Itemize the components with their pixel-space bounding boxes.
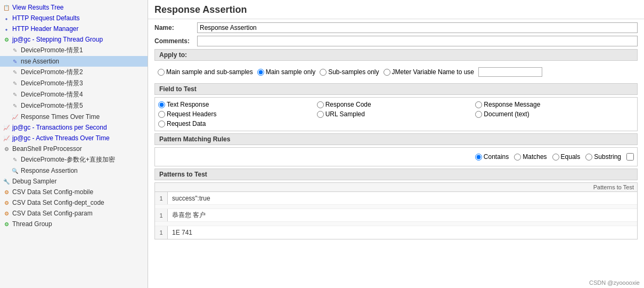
tree-item-debug-sampler[interactable]: 🔧Debug Sampler (0, 176, 148, 187)
jp-transactions-per-second-label: jp@gc - Transactions per Second (12, 124, 107, 131)
apply-to-options: Main sample and sub-samplesMain sample o… (154, 63, 638, 81)
tree-item-device-promote-5[interactable]: ✎DevicePromote-情景5 (0, 100, 148, 111)
field-label-request-data: Request Data (167, 120, 206, 127)
field-radio-response-message[interactable] (475, 101, 482, 108)
tree-item-jp-transactions-per-second[interactable]: 📈jp@gc - Transactions per Second (0, 122, 148, 133)
tree-item-beanshell-preprocessor[interactable]: ⚙BeanShell PreProcessor (0, 143, 148, 154)
field-option-request-data[interactable]: Request Data (158, 120, 317, 127)
field-option-response-message[interactable]: Response Message (475, 101, 634, 108)
apply-to-radio-main-only[interactable] (257, 69, 264, 76)
pm-radio-contains[interactable] (475, 154, 482, 161)
pm-label-substring: Substring (594, 153, 621, 161)
comments-label: Comments: (154, 37, 197, 45)
tree-item-csv-param[interactable]: ⚙CSV Data Set Config-param (0, 208, 148, 219)
apply-to-radio-jmeter-var[interactable] (384, 69, 390, 76)
tree-item-response-assertion-2[interactable]: 🔍Response Assertion (0, 165, 148, 176)
csv-param-label: CSV Data Set Config-param (12, 210, 93, 217)
response-assertion-2-icon: 🔍 (11, 166, 19, 175)
tree-item-csv-mobile[interactable]: ⚙CSV Data Set Config-mobile (0, 187, 148, 197)
pattern-rows-container: 1success":true1恭喜您 客户11E 741 (155, 192, 637, 239)
field-to-test-header: Field to Test (154, 83, 638, 95)
tree-item-response-times-over-time[interactable]: 📈Response Times Over Time (0, 111, 148, 122)
tree-item-device-promote-3[interactable]: ✎DevicePromote-情景3 (0, 78, 148, 89)
field-label-response-code: Response Code (325, 101, 371, 108)
apply-to-radio-sub-only[interactable] (320, 69, 327, 76)
field-label-document-text: Document (text) (484, 110, 529, 118)
field-to-test-section: Text ResponseResponse CodeResponse Messa… (154, 97, 638, 131)
device-promote-2-icon: ✎ (11, 68, 19, 77)
pattern-row-2: 11E 741 (155, 226, 637, 239)
field-option-text-response[interactable]: Text Response (158, 101, 317, 108)
field-radio-request-headers[interactable] (158, 111, 165, 118)
apply-to-label-sub-only: Sub-samples only (328, 68, 379, 76)
jmeter-var-input[interactable] (478, 67, 542, 77)
device-promote-1-label: DevicePromote-情景1 (21, 46, 83, 55)
tree-item-device-promote-2[interactable]: ✎DevicePromote-情景2 (0, 67, 148, 78)
response-assertion-label: nse Assertion (21, 58, 59, 65)
tree-item-http-request-defaults[interactable]: ⬥HTTP Request Defaults (0, 13, 148, 23)
pm-radio-equals[interactable] (552, 154, 559, 161)
csv-mobile-label: CSV Data Set Config-mobile (12, 188, 93, 196)
field-radio-response-code[interactable] (317, 101, 324, 108)
name-input[interactable] (197, 22, 638, 33)
patterns-to-test-section: Patterns to Test 1success":true1恭喜您 客户11… (154, 182, 638, 239)
field-option-request-headers[interactable]: Request Headers (158, 110, 317, 118)
pm-option-contains[interactable]: Contains (475, 153, 509, 161)
field-option-document-text[interactable]: Document (text) (475, 110, 634, 118)
response-assertion-2-label: Response Assertion (21, 167, 78, 174)
tree-item-view-results-tree[interactable]: 📋View Results Tree (0, 2, 148, 13)
device-promote-5-icon: ✎ (11, 102, 19, 110)
apply-to-option-main-only[interactable]: Main sample only (257, 68, 315, 76)
footer-credit: CSDN @zyooooxie (589, 279, 640, 286)
tree-item-csv-dept-code[interactable]: ⚙CSV Data Set Config-dept_code (0, 197, 148, 208)
pattern-row-0: 1success":true (155, 192, 637, 205)
pm-radio-matches[interactable] (514, 154, 521, 161)
http-header-manager-label: HTTP Header Manager (12, 25, 79, 33)
apply-to-option-sub-only[interactable]: Sub-samples only (320, 68, 379, 76)
pm-option-matches[interactable]: Matches (514, 153, 547, 161)
http-header-manager-icon: ⬥ (2, 25, 11, 33)
field-option-url-sampled[interactable]: URL Sampled (317, 110, 476, 118)
pattern-row-num-0: 1 (155, 192, 168, 204)
name-row: Name: (154, 22, 638, 33)
field-option-response-code[interactable]: Response Code (317, 101, 476, 108)
tree-item-response-assertion[interactable]: ✎nse Assertion (0, 56, 148, 67)
jp-active-threads-over-time-icon: 📈 (2, 134, 11, 142)
device-promote-4-icon: ✎ (11, 91, 19, 99)
pm-option-substring[interactable]: Substring (585, 153, 621, 161)
tree-item-device-promote-param[interactable]: ✎DevicePromote-参数化+直接加密 (0, 154, 148, 165)
apply-to-option-jmeter-var[interactable]: JMeter Variable Name to use (384, 68, 475, 76)
jp-stepping-thread-group-label: jp@gc - Stepping Thread Group (12, 36, 103, 43)
pm-option-equals[interactable]: Equals (552, 153, 581, 161)
tree-item-thread-group[interactable]: ⚙Thread Group (0, 219, 148, 229)
tree-item-http-header-manager[interactable]: ⬥HTTP Header Manager (0, 23, 148, 34)
tree-item-jp-active-threads-over-time[interactable]: 📈jp@gc - Active Threads Over Time (0, 133, 148, 143)
debug-sampler-icon: 🔧 (2, 177, 11, 186)
apply-to-radio-main-sub[interactable] (158, 69, 165, 76)
device-promote-5-label: DevicePromote-情景5 (21, 101, 83, 110)
pattern-matching-section: ContainsMatchesEqualsSubstring (154, 147, 638, 166)
comments-input[interactable] (197, 36, 638, 46)
pattern-row-value-0: success":true (168, 193, 637, 204)
field-radio-url-sampled[interactable] (317, 111, 324, 118)
tree-item-jp-stepping-thread-group[interactable]: ⚙jp@gc - Stepping Thread Group (0, 34, 148, 45)
name-label: Name: (154, 24, 197, 31)
field-radio-request-data[interactable] (158, 121, 165, 127)
tree-item-device-promote-4[interactable]: ✎DevicePromote-情景4 (0, 89, 148, 100)
pm-label-contains: Contains (484, 153, 509, 161)
pm-negate-checkbox-label[interactable] (626, 153, 634, 161)
apply-to-option-main-sub[interactable]: Main sample and sub-samples (158, 68, 253, 76)
pm-negate-checkbox[interactable] (626, 153, 634, 161)
comments-row: Comments: (154, 36, 638, 46)
tree-item-device-promote-1[interactable]: ✎DevicePromote-情景1 (0, 45, 148, 56)
pattern-row-value-1: 恭喜您 客户 (168, 209, 637, 221)
pm-radio-substring[interactable] (585, 154, 592, 161)
device-promote-3-label: DevicePromote-情景3 (21, 79, 83, 88)
jp-stepping-thread-group-icon: ⚙ (2, 35, 11, 44)
panel-title: Response Assertion (148, 0, 644, 19)
view-results-tree-icon: 📋 (2, 3, 11, 12)
field-label-url-sampled: URL Sampled (325, 110, 365, 118)
apply-to-label-main-sub: Main sample and sub-samples (166, 68, 253, 76)
field-radio-text-response[interactable] (158, 101, 165, 108)
field-radio-document-text[interactable] (475, 111, 482, 118)
